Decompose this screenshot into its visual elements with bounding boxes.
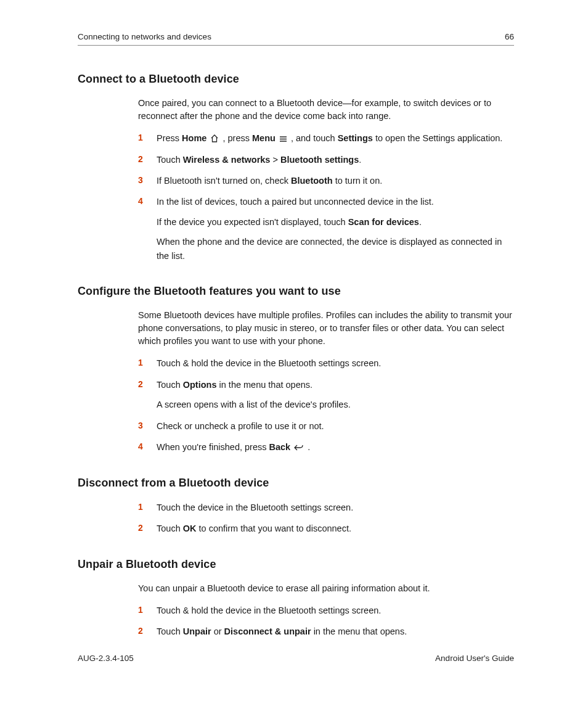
section-configure: Configure the Bluetooth features you wan… (78, 285, 514, 454)
step-note: When the phone and the device are connec… (157, 235, 514, 263)
step: 1 Press Home , press Menu , and touch Se… (138, 131, 514, 145)
step-number: 2 (138, 378, 143, 392)
page-number: 66 (505, 32, 514, 41)
heading-connect: Connect to a Bluetooth device (78, 73, 514, 86)
step-text: If Bluetooth isn't turned on, check Blue… (157, 176, 382, 186)
intro-connect: Once paired, you can connect to a Blueto… (138, 97, 514, 123)
step-number: 2 (138, 153, 143, 166)
step-number: 1 (138, 501, 143, 514)
step-text: Touch Wireless & networks > Bluetooth se… (157, 155, 361, 165)
heading-unpair: Unpair a Bluetooth device (78, 558, 514, 571)
step-text: Touch OK to confirm that you want to dis… (157, 523, 351, 533)
step: 1 Touch & hold the device in the Bluetoo… (138, 604, 514, 617)
step-text: Press Home , press Menu , and touch Sett… (157, 133, 502, 143)
section-unpair: Unpair a Bluetooth device You can unpair… (78, 558, 514, 639)
page-header: Connecting to networks and devices 66 (78, 32, 514, 46)
steps-unpair: 1 Touch & hold the device in the Bluetoo… (138, 604, 514, 639)
steps-disconnect: 1 Touch the device in the Bluetooth sett… (138, 501, 514, 536)
step-number: 4 (138, 440, 143, 454)
step: 4 When you're finished, press Back . (138, 440, 514, 454)
back-icon (294, 444, 304, 451)
step-note: If the device you expected isn't display… (157, 215, 514, 229)
step-text: Touch & hold the device in the Bluetooth… (157, 605, 381, 615)
step-number: 2 (138, 625, 143, 638)
steps-connect: 1 Press Home , press Menu , and touch Se… (138, 131, 514, 263)
step: 3 Check or uncheck a profile to use it o… (138, 419, 514, 433)
chapter-title: Connecting to networks and devices (78, 32, 211, 41)
step: 3 If Bluetooth isn't turned on, check Bl… (138, 174, 514, 187)
step-text: Touch & hold the device in the Bluetooth… (157, 358, 381, 368)
intro-unpair: You can unpair a Bluetooth device to era… (138, 582, 514, 595)
step-number: 1 (138, 356, 143, 370)
step-number: 1 (138, 604, 143, 617)
step-text: Touch the device in the Bluetooth settin… (157, 503, 353, 512)
page: Connecting to networks and devices 66 Co… (0, 0, 588, 706)
step: 1 Touch & hold the device in the Bluetoo… (138, 356, 514, 370)
heading-disconnect: Disconnect from a Bluetooth device (78, 477, 514, 490)
step-text: When you're finished, press Back . (157, 442, 310, 452)
step: 4 In the list of devices, touch a paired… (138, 195, 514, 263)
step-number: 3 (138, 419, 143, 433)
step-text: Touch Unpair or Disconnect & unpair in t… (157, 626, 407, 636)
step-number: 2 (138, 522, 143, 535)
step: 2 Touch Options in the menu that opens. … (138, 378, 514, 412)
page-footer: AUG-2.3.4-105 Android User's Guide (78, 654, 514, 663)
steps-configure: 1 Touch & hold the device in the Bluetoo… (138, 356, 514, 454)
step-text: Touch Options in the menu that opens. (157, 380, 312, 390)
step-text: Check or uncheck a profile to use it or … (157, 421, 324, 431)
step: 2 Touch Wireless & networks > Bluetooth … (138, 153, 514, 166)
doc-title: Android User's Guide (435, 654, 514, 663)
step: 2 Touch OK to confirm that you want to d… (138, 522, 514, 535)
step: 2 Touch Unpair or Disconnect & unpair in… (138, 625, 514, 638)
step: 1 Touch the device in the Bluetooth sett… (138, 501, 514, 514)
home-icon (210, 134, 219, 142)
step-text: In the list of devices, touch a paired b… (157, 197, 434, 207)
intro-configure: Some Bluetooth devices have multiple pro… (138, 309, 514, 348)
step-number: 1 (138, 131, 143, 145)
step-number: 4 (138, 195, 143, 208)
doc-id: AUG-2.3.4-105 (78, 654, 134, 663)
step-number: 3 (138, 174, 143, 187)
section-connect: Connect to a Bluetooth device Once paire… (78, 73, 514, 263)
heading-configure: Configure the Bluetooth features you wan… (78, 285, 514, 298)
step-note: A screen opens with a list of the device… (157, 398, 514, 411)
menu-icon (279, 136, 287, 142)
section-disconnect: Disconnect from a Bluetooth device 1 Tou… (78, 477, 514, 536)
